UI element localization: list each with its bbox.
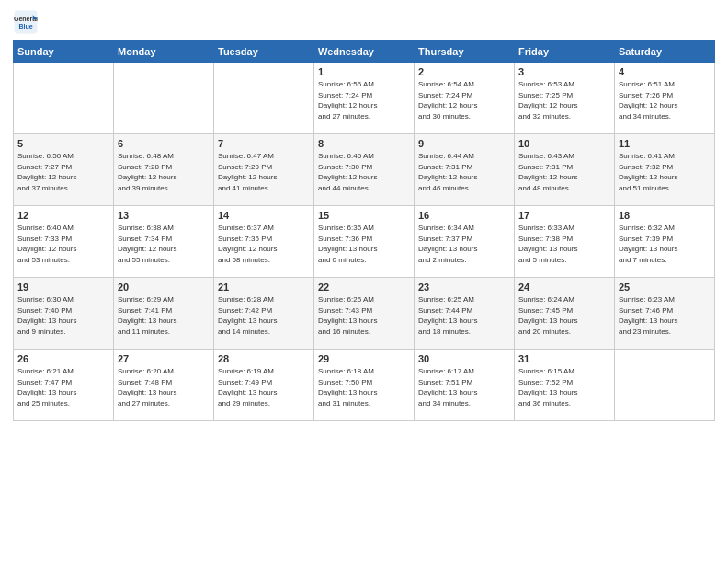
day-number: 28 xyxy=(218,353,310,364)
day-info: Sunrise: 6:53 AM Sunset: 7:25 PM Dayligh… xyxy=(518,79,610,121)
weekday-header-saturday: Saturday xyxy=(615,41,715,63)
day-info: Sunrise: 6:36 AM Sunset: 7:36 PM Dayligh… xyxy=(318,223,410,265)
logo-icon: General Blue xyxy=(13,9,39,35)
day-number: 1 xyxy=(318,66,410,77)
weekday-header-thursday: Thursday xyxy=(415,41,515,63)
day-info: Sunrise: 6:25 AM Sunset: 7:44 PM Dayligh… xyxy=(418,294,510,337)
calendar-table: SundayMondayTuesdayWednesdayThursdayFrid… xyxy=(13,40,715,421)
calendar-cell: 6Sunrise: 6:48 AM Sunset: 7:28 PM Daylig… xyxy=(114,134,214,206)
day-number: 24 xyxy=(518,282,610,293)
calendar-cell: 3Sunrise: 6:53 AM Sunset: 7:25 PM Daylig… xyxy=(515,63,615,134)
calendar-cell: 2Sunrise: 6:54 AM Sunset: 7:24 PM Daylig… xyxy=(415,63,515,134)
day-number: 9 xyxy=(418,138,510,149)
day-number: 6 xyxy=(118,138,210,149)
day-info: Sunrise: 6:48 AM Sunset: 7:28 PM Dayligh… xyxy=(118,151,210,193)
day-info: Sunrise: 6:37 AM Sunset: 7:35 PM Dayligh… xyxy=(218,223,310,265)
calendar-cell: 28Sunrise: 6:19 AM Sunset: 7:49 PM Dayli… xyxy=(214,350,314,421)
day-number: 31 xyxy=(518,353,610,364)
calendar-cell: 29Sunrise: 6:18 AM Sunset: 7:50 PM Dayli… xyxy=(314,350,415,421)
day-number: 26 xyxy=(17,353,109,364)
calendar-page: General Blue SundayMondayTuesdayWednesda… xyxy=(0,0,728,563)
day-number: 12 xyxy=(17,210,109,221)
weekday-header-wednesday: Wednesday xyxy=(314,41,415,63)
day-info: Sunrise: 6:47 AM Sunset: 7:29 PM Dayligh… xyxy=(218,151,310,193)
day-info: Sunrise: 6:44 AM Sunset: 7:31 PM Dayligh… xyxy=(418,151,510,193)
day-number: 4 xyxy=(619,66,711,77)
day-info: Sunrise: 6:32 AM Sunset: 7:39 PM Dayligh… xyxy=(619,223,711,265)
day-info: Sunrise: 6:29 AM Sunset: 7:41 PM Dayligh… xyxy=(118,294,210,337)
calendar-cell: 24Sunrise: 6:24 AM Sunset: 7:45 PM Dayli… xyxy=(515,278,615,350)
day-number: 10 xyxy=(518,138,610,149)
calendar-cell xyxy=(214,63,314,134)
calendar-cell: 15Sunrise: 6:36 AM Sunset: 7:36 PM Dayli… xyxy=(314,206,415,278)
calendar-cell xyxy=(14,63,114,134)
day-info: Sunrise: 6:40 AM Sunset: 7:33 PM Dayligh… xyxy=(17,223,109,265)
logo: General Blue xyxy=(13,9,39,35)
day-info: Sunrise: 6:41 AM Sunset: 7:32 PM Dayligh… xyxy=(619,151,711,193)
day-info: Sunrise: 6:17 AM Sunset: 7:51 PM Dayligh… xyxy=(418,366,510,408)
calendar-cell: 25Sunrise: 6:23 AM Sunset: 7:46 PM Dayli… xyxy=(615,278,715,350)
day-info: Sunrise: 6:56 AM Sunset: 7:24 PM Dayligh… xyxy=(318,79,410,121)
day-number: 21 xyxy=(218,282,310,293)
calendar-cell xyxy=(615,350,715,421)
calendar-cell: 12Sunrise: 6:40 AM Sunset: 7:33 PM Dayli… xyxy=(14,206,114,278)
weekday-header-row: SundayMondayTuesdayWednesdayThursdayFrid… xyxy=(14,41,715,63)
day-number: 15 xyxy=(318,210,410,221)
calendar-cell: 4Sunrise: 6:51 AM Sunset: 7:26 PM Daylig… xyxy=(615,63,715,134)
day-number: 22 xyxy=(318,282,410,293)
calendar-cell: 31Sunrise: 6:15 AM Sunset: 7:52 PM Dayli… xyxy=(515,350,615,421)
calendar-cell: 26Sunrise: 6:21 AM Sunset: 7:47 PM Dayli… xyxy=(14,350,114,421)
calendar-cell: 17Sunrise: 6:33 AM Sunset: 7:38 PM Dayli… xyxy=(515,206,615,278)
week-row-3: 12Sunrise: 6:40 AM Sunset: 7:33 PM Dayli… xyxy=(14,206,715,278)
day-number: 13 xyxy=(118,210,210,221)
day-number: 17 xyxy=(518,210,610,221)
calendar-cell: 13Sunrise: 6:38 AM Sunset: 7:34 PM Dayli… xyxy=(114,206,214,278)
calendar-cell: 11Sunrise: 6:41 AM Sunset: 7:32 PM Dayli… xyxy=(615,134,715,206)
calendar-cell: 1Sunrise: 6:56 AM Sunset: 7:24 PM Daylig… xyxy=(314,63,415,134)
day-number: 3 xyxy=(518,66,610,77)
calendar-cell: 30Sunrise: 6:17 AM Sunset: 7:51 PM Dayli… xyxy=(415,350,515,421)
calendar-cell: 5Sunrise: 6:50 AM Sunset: 7:27 PM Daylig… xyxy=(14,134,114,206)
day-info: Sunrise: 6:23 AM Sunset: 7:46 PM Dayligh… xyxy=(619,294,711,337)
day-number: 20 xyxy=(118,282,210,293)
day-info: Sunrise: 6:18 AM Sunset: 7:50 PM Dayligh… xyxy=(318,366,410,408)
day-number: 2 xyxy=(418,66,510,77)
day-number: 11 xyxy=(619,138,711,149)
week-row-4: 19Sunrise: 6:30 AM Sunset: 7:40 PM Dayli… xyxy=(14,278,715,350)
week-row-1: 1Sunrise: 6:56 AM Sunset: 7:24 PM Daylig… xyxy=(14,63,715,134)
calendar-cell: 23Sunrise: 6:25 AM Sunset: 7:44 PM Dayli… xyxy=(415,278,515,350)
weekday-header-monday: Monday xyxy=(114,41,214,63)
calendar-cell: 21Sunrise: 6:28 AM Sunset: 7:42 PM Dayli… xyxy=(214,278,314,350)
calendar-cell: 10Sunrise: 6:43 AM Sunset: 7:31 PM Dayli… xyxy=(515,134,615,206)
header: General Blue xyxy=(13,9,715,35)
day-info: Sunrise: 6:50 AM Sunset: 7:27 PM Dayligh… xyxy=(17,151,109,193)
calendar-cell: 8Sunrise: 6:46 AM Sunset: 7:30 PM Daylig… xyxy=(314,134,415,206)
day-info: Sunrise: 6:34 AM Sunset: 7:37 PM Dayligh… xyxy=(418,223,510,265)
calendar-cell: 19Sunrise: 6:30 AM Sunset: 7:40 PM Dayli… xyxy=(14,278,114,350)
calendar-cell: 7Sunrise: 6:47 AM Sunset: 7:29 PM Daylig… xyxy=(214,134,314,206)
calendar-cell xyxy=(114,63,214,134)
day-info: Sunrise: 6:43 AM Sunset: 7:31 PM Dayligh… xyxy=(518,151,610,193)
day-info: Sunrise: 6:46 AM Sunset: 7:30 PM Dayligh… xyxy=(318,151,410,193)
day-number: 7 xyxy=(218,138,310,149)
svg-text:Blue: Blue xyxy=(18,23,32,29)
day-number: 30 xyxy=(418,353,510,364)
day-info: Sunrise: 6:28 AM Sunset: 7:42 PM Dayligh… xyxy=(218,294,310,337)
day-info: Sunrise: 6:19 AM Sunset: 7:49 PM Dayligh… xyxy=(218,366,310,408)
day-number: 16 xyxy=(418,210,510,221)
day-number: 14 xyxy=(218,210,310,221)
weekday-header-sunday: Sunday xyxy=(14,41,114,63)
day-number: 19 xyxy=(17,282,109,293)
calendar-cell: 22Sunrise: 6:26 AM Sunset: 7:43 PM Dayli… xyxy=(314,278,415,350)
day-info: Sunrise: 6:21 AM Sunset: 7:47 PM Dayligh… xyxy=(17,366,109,408)
calendar-cell: 18Sunrise: 6:32 AM Sunset: 7:39 PM Dayli… xyxy=(615,206,715,278)
day-info: Sunrise: 6:54 AM Sunset: 7:24 PM Dayligh… xyxy=(418,79,510,121)
day-info: Sunrise: 6:26 AM Sunset: 7:43 PM Dayligh… xyxy=(318,294,410,337)
weekday-header-tuesday: Tuesday xyxy=(214,41,314,63)
day-number: 25 xyxy=(619,282,711,293)
day-number: 23 xyxy=(418,282,510,293)
day-info: Sunrise: 6:20 AM Sunset: 7:48 PM Dayligh… xyxy=(118,366,210,408)
calendar-cell: 27Sunrise: 6:20 AM Sunset: 7:48 PM Dayli… xyxy=(114,350,214,421)
day-number: 8 xyxy=(318,138,410,149)
day-number: 27 xyxy=(118,353,210,364)
